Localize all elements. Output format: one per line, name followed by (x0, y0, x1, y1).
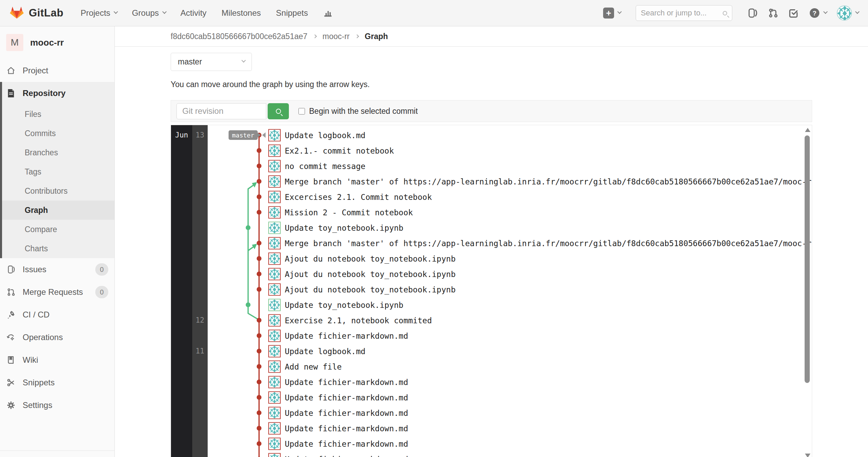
commit-message[interactable]: Ajout du notebook toy_notebook.ipynb (285, 285, 456, 294)
committer-avatar[interactable] (268, 391, 281, 404)
commit-row: Ajout du notebook toy_notebook.ipynb (268, 251, 456, 266)
commit-message[interactable]: Update toy_notebook.ipynb (285, 223, 403, 232)
sidebar-item-operations[interactable]: Operations (0, 326, 114, 349)
breadcrumb-project-name[interactable]: mooc-rr (322, 32, 350, 41)
selected-commit-marker-icon (262, 132, 266, 138)
committer-avatar[interactable] (268, 191, 281, 203)
committer-avatar[interactable] (268, 129, 281, 141)
nav-groups[interactable]: Groups (132, 8, 166, 18)
commit-message[interactable]: Update fichier-markdown.md (285, 455, 408, 457)
commit-message[interactable]: Update fichier-markdown.md (285, 408, 408, 417)
search-input[interactable] (641, 9, 723, 17)
committer-avatar[interactable] (268, 237, 281, 249)
committer-avatar[interactable] (268, 144, 281, 157)
commit-message[interactable]: no commit message (285, 161, 365, 170)
sidebar-subitem-files[interactable]: Files (2, 105, 114, 124)
gitlab-logo[interactable]: GitLab (10, 5, 63, 21)
git-revision-input[interactable] (176, 103, 266, 119)
commit-message[interactable]: Ajout du notebook toy_notebook.ipynb (285, 269, 456, 278)
commit-row: Update logbook.md (268, 128, 365, 143)
commit-message[interactable]: Merge branch 'master' of https://app-lea… (285, 239, 812, 248)
commit-message[interactable]: Update toy_notebook.ipynb (285, 300, 403, 309)
sidebar-subitem-compare[interactable]: Compare (2, 220, 114, 239)
chevron-down-icon (823, 9, 828, 14)
collapse-sidebar-button[interactable]: Collapse sidebar (0, 451, 114, 457)
sidebar-subitem-charts[interactable]: Charts (2, 239, 114, 258)
sidebar-item-ci-cd[interactable]: CI / CD (0, 303, 114, 326)
committer-avatar[interactable] (268, 206, 281, 218)
committer-avatar[interactable] (268, 160, 281, 172)
committer-avatar[interactable] (268, 283, 281, 296)
nav-snippets[interactable]: Snippets (276, 8, 308, 18)
breadcrumb-project-hash[interactable]: f8dc60cab5180566667b00ce62a51ae7 (171, 32, 307, 41)
commit-message[interactable]: Mission 2 - Commit notebook (285, 208, 413, 217)
merge-request-icon[interactable] (768, 8, 778, 18)
user-menu[interactable] (837, 5, 858, 21)
commit-message[interactable]: Merge branch 'master' of https://app-lea… (285, 177, 812, 186)
nav-projects[interactable]: Projects (81, 8, 117, 18)
commit-message[interactable]: Update logbook.md (285, 131, 365, 140)
commit-message[interactable]: Update logbook.md (285, 347, 365, 356)
graph-scrollbar-thumb[interactable] (805, 135, 810, 383)
sidebar-item-merge-requests[interactable]: Merge Requests0 (0, 281, 114, 303)
sidebar-item-snippets[interactable]: Snippets (0, 371, 114, 394)
nav-activity[interactable]: Activity (181, 8, 207, 18)
committer-avatar[interactable] (268, 407, 281, 419)
revision-search-button[interactable] (268, 103, 289, 119)
commit-message[interactable]: Update fichier-markdown.md (285, 393, 408, 402)
committer-avatar[interactable] (268, 360, 281, 373)
committer-avatar[interactable] (268, 268, 281, 280)
sidebar-footer: Collapse sidebar (0, 450, 114, 457)
branch-ref-label: master (229, 130, 258, 140)
project-header[interactable]: M mooc-rr (0, 26, 114, 59)
committer-avatar[interactable] (268, 252, 281, 265)
committer-avatar[interactable] (268, 376, 281, 388)
committer-avatar[interactable] (268, 299, 281, 311)
revision-toolbar: Begin with the selected commit (171, 100, 812, 122)
commit-message[interactable]: Excercises 2.1. Commit notebook (285, 192, 432, 201)
committer-avatar[interactable] (268, 329, 281, 342)
issues-icon[interactable] (747, 8, 758, 18)
top-navbar: GitLab Projects Groups Activity Mileston… (0, 0, 868, 26)
help-menu[interactable]: ? (809, 8, 827, 19)
new-menu[interactable]: + (603, 8, 621, 19)
commit-message[interactable]: Update fichier-markdown.md (285, 439, 408, 448)
sidebar-item-project[interactable]: Project (0, 59, 114, 82)
commit-message[interactable]: Ajout du notebook toy_notebook.ipynb (285, 254, 456, 263)
todo-check-icon[interactable] (788, 8, 799, 18)
breadcrumb-current-page: Graph (365, 32, 388, 41)
graph-scroll-down-icon[interactable] (805, 454, 810, 457)
committer-avatar[interactable] (268, 314, 281, 326)
committer-avatar[interactable] (268, 175, 281, 188)
sidebar-item-repository[interactable]: Repository (2, 82, 114, 105)
sidebar-item-settings[interactable]: Settings (0, 394, 114, 417)
sidebar-subitem-graph[interactable]: Graph (2, 201, 114, 220)
begin-with-commit-checkbox[interactable] (298, 108, 305, 115)
commit-message[interactable]: Update fichier-markdown.md (285, 424, 408, 433)
sidebar-subitem-branches[interactable]: Branches (2, 143, 114, 162)
graph-scroll-up-icon[interactable] (805, 128, 810, 132)
committer-avatar[interactable] (268, 422, 281, 434)
snippets-icon (6, 378, 16, 387)
chevron-down-icon (113, 9, 118, 14)
sidebar-subitem-commits[interactable]: Commits (2, 124, 114, 143)
home-icon (6, 66, 16, 75)
commit-message[interactable]: Update fichier-markdown.md (285, 331, 408, 340)
bar-chart-icon[interactable] (323, 8, 333, 18)
sidebar-section-repository: Repository FilesCommitsBranchesTagsContr… (0, 82, 114, 258)
committer-avatar[interactable] (268, 345, 281, 357)
sidebar-subitem-tags[interactable]: Tags (2, 162, 114, 181)
commit-message[interactable]: Update fichier-markdown.md (285, 377, 408, 386)
commit-message[interactable]: Exercise 2.1, notebook commited (285, 316, 432, 325)
committer-avatar[interactable] (268, 453, 281, 457)
commit-message[interactable]: Ex2.1.- commit notebook (285, 146, 394, 155)
sidebar-item-issues[interactable]: Issues0 (0, 258, 114, 281)
commit-row: Update fichier-markdown.md (268, 452, 408, 457)
committer-avatar[interactable] (268, 221, 281, 234)
sidebar-item-wiki[interactable]: Wiki (0, 349, 114, 371)
nav-milestones[interactable]: Milestones (222, 8, 261, 18)
commit-message[interactable]: Add new file (285, 362, 342, 371)
branch-selector[interactable]: master (171, 53, 252, 71)
committer-avatar[interactable] (268, 437, 281, 450)
sidebar-subitem-contributors[interactable]: Contributors (2, 181, 114, 201)
